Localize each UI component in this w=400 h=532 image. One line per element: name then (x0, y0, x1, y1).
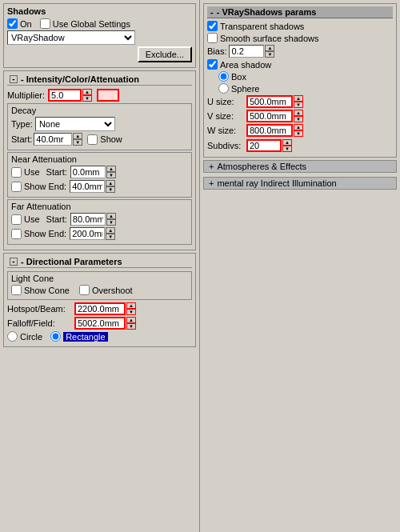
far-show-checkbox[interactable] (11, 229, 22, 239)
intensity-collapse[interactable]: - (10, 75, 18, 83)
falloff-down[interactable]: ▼ (126, 323, 136, 330)
start-down[interactable]: ▼ (73, 139, 82, 146)
near-start-down[interactable]: ▼ (106, 172, 116, 178)
v-size-input[interactable]: 500.0mm (246, 110, 293, 122)
color-swatch[interactable] (97, 89, 119, 102)
u-size-group: 500.0mm ▲ ▼ (246, 95, 303, 108)
near-end-label: End: (49, 182, 67, 191)
hotspot-label: Hotspot/Beam: (7, 304, 71, 314)
far-atten-section: Far Attenuation Use Start: 80.0mm ▲ ▼ Sh… (7, 199, 192, 245)
subdivs-input[interactable]: 20 (246, 139, 282, 152)
falloff-input[interactable]: 5002.0mm (74, 317, 126, 330)
near-end-down[interactable]: ▼ (106, 186, 115, 193)
box-radio[interactable] (218, 71, 229, 82)
w-size-group: 800.0mm ▲ ▼ (246, 124, 303, 137)
w-size-up[interactable]: ▲ (294, 124, 303, 130)
far-use-checkbox[interactable] (11, 214, 22, 225)
mental-ray-button[interactable]: + mental ray Indirect Illumination (203, 177, 397, 190)
start-input-group: 40.0mr ▲ ▼ (34, 133, 82, 146)
area-shadow-checkbox[interactable] (207, 59, 218, 70)
far-show-label: Show (24, 229, 46, 238)
vray-params-section: - - VRayShadows params Transparent shado… (203, 3, 397, 158)
sphere-radio[interactable] (218, 83, 229, 94)
bias-input[interactable]: 0.2 (229, 45, 264, 58)
near-start-group: 0.0mm ▲ ▼ (70, 166, 116, 178)
far-end-up[interactable]: ▲ (106, 227, 115, 234)
subdivs-up[interactable]: ▲ (282, 139, 292, 146)
vray-collapse[interactable]: - (210, 7, 214, 17)
transparent-label: Transparent shadows (220, 22, 304, 31)
bias-up[interactable]: ▲ (265, 45, 274, 51)
start-label: Start: (11, 134, 32, 144)
hotspot-down[interactable]: ▼ (126, 309, 136, 315)
start-input[interactable]: 40.0mr (34, 133, 72, 146)
rectangle-radio[interactable] (50, 331, 61, 342)
near-end-input[interactable]: 40.0mm (70, 180, 105, 193)
circle-label: Circle (20, 332, 42, 342)
overshoot-checkbox[interactable] (79, 285, 90, 295)
circle-radio[interactable] (7, 331, 18, 342)
u-size-up[interactable]: ▲ (294, 95, 303, 102)
use-global-checkbox[interactable] (40, 18, 50, 29)
box-label: Box (231, 72, 246, 82)
u-size-label: U size: (207, 97, 243, 106)
far-start-input[interactable]: 80.0mm (70, 213, 106, 226)
v-size-down[interactable]: ▼ (294, 116, 303, 122)
far-start-group: 80.0mm ▲ ▼ (70, 213, 116, 226)
near-show-checkbox[interactable] (11, 182, 22, 192)
vray-params-title: - - VRayShadows params (207, 6, 393, 18)
v-size-up[interactable]: ▲ (294, 110, 303, 116)
shadow-type-select[interactable]: VRayShadow (7, 30, 135, 45)
decay-type-select[interactable]: None (35, 117, 115, 131)
directional-collapse[interactable]: - (10, 258, 18, 266)
decay-title: Decay (11, 106, 188, 115)
hotspot-group: 2200.0mm ▲ ▼ (74, 302, 136, 315)
multiplier-up[interactable]: ▲ (82, 89, 92, 95)
u-size-down[interactable]: ▼ (294, 102, 303, 108)
near-start-up[interactable]: ▲ (106, 166, 116, 172)
far-end-input[interactable]: 200.0mr (70, 227, 105, 240)
atmospheres-plus: + (209, 162, 214, 171)
near-show-label: Show (24, 182, 46, 191)
hotspot-input[interactable]: 2200.0mm (74, 302, 126, 315)
on-checkbox[interactable] (7, 18, 18, 29)
subdivs-down[interactable]: ▼ (282, 146, 292, 152)
start-up[interactable]: ▲ (73, 133, 82, 139)
hotspot-up[interactable]: ▲ (126, 302, 136, 309)
atmospheres-title: Atmospheres & Effects (217, 162, 306, 171)
near-atten-section: Near Attenuation Use Start: 0.0mm ▲ ▼ Sh… (7, 152, 192, 198)
far-end-label: End: (49, 229, 67, 238)
w-size-label: W size: (207, 126, 243, 135)
exclude-button[interactable]: Exclude... (138, 46, 192, 62)
bias-down[interactable]: ▼ (265, 51, 274, 58)
far-end-group: 200.0mr ▲ ▼ (70, 227, 115, 240)
mental-ray-plus: + (209, 178, 214, 188)
on-label: On (20, 19, 32, 29)
w-size-down[interactable]: ▼ (294, 130, 303, 137)
v-size-group: 500.0mm ▲ ▼ (246, 110, 303, 122)
far-atten-title: Far Attenuation (11, 202, 188, 211)
subdivs-label: Subdivs: (207, 141, 243, 150)
show-checkbox[interactable] (87, 134, 98, 145)
shadows-title: Shadows (7, 6, 192, 16)
smooth-checkbox[interactable] (207, 33, 218, 43)
multiplier-input[interactable]: 5.0 (48, 89, 82, 102)
u-size-input[interactable]: 500.0mm (246, 95, 293, 108)
falloff-up[interactable]: ▲ (126, 317, 136, 323)
w-size-input[interactable]: 800.0mm (246, 124, 293, 137)
falloff-group: 5002.0mm ▲ ▼ (74, 317, 136, 330)
light-cone-section: Light Cone Show Cone Overshoot (7, 271, 192, 300)
show-cone-checkbox[interactable] (11, 285, 22, 295)
atmospheres-button[interactable]: + Atmospheres & Effects (203, 160, 397, 173)
near-start-input[interactable]: 0.0mm (70, 166, 106, 178)
far-start-down[interactable]: ▼ (106, 219, 116, 226)
near-end-up[interactable]: ▲ (106, 180, 115, 186)
transparent-checkbox[interactable] (207, 21, 218, 31)
near-use-checkbox[interactable] (11, 167, 22, 178)
far-start-up[interactable]: ▲ (106, 213, 116, 219)
far-end-down[interactable]: ▼ (106, 234, 115, 240)
bias-label: Bias: (207, 46, 226, 56)
use-global-label: Use Global Settings (53, 19, 130, 29)
multiplier-down[interactable]: ▼ (82, 95, 92, 102)
light-cone-title: Light Cone (11, 274, 188, 283)
